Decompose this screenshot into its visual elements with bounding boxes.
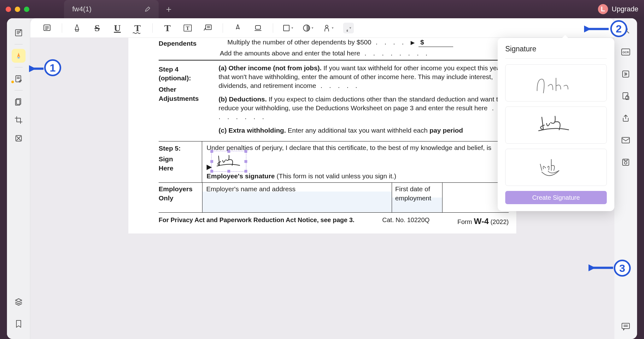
avatar[interactable]: L bbox=[598, 4, 608, 14]
close-window-button[interactable] bbox=[6, 7, 11, 12]
maximize-window-button[interactable] bbox=[24, 7, 29, 12]
upgrade-label: Upgrade bbox=[612, 5, 638, 13]
titlebar: fw4(1) ＋ L Upgrade bbox=[0, 0, 644, 18]
minimize-window-button[interactable] bbox=[15, 7, 20, 12]
pencil-icon[interactable] bbox=[145, 6, 150, 12]
document-tab[interactable]: fw4(1) bbox=[64, 0, 159, 18]
window-controls bbox=[6, 7, 29, 12]
upgrade-area[interactable]: L Upgrade bbox=[598, 4, 638, 14]
tab-title: fw4(1) bbox=[72, 5, 91, 13]
new-tab-button[interactable]: ＋ bbox=[164, 3, 173, 15]
